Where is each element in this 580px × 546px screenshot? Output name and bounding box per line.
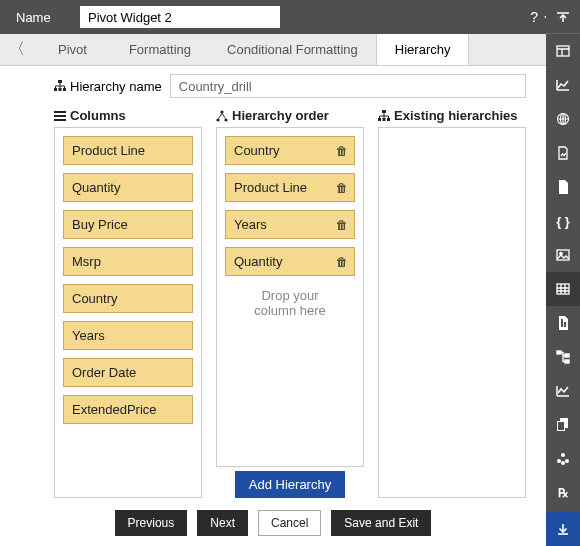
svg-rect-14 — [557, 46, 569, 56]
order-item[interactable]: Quantity🗑 — [225, 247, 355, 276]
page-icon[interactable] — [546, 170, 580, 204]
columns-title: Columns — [70, 108, 126, 123]
existing-hierarchies-panel: Existing hierarchies — [378, 108, 526, 498]
braces-icon[interactable]: { } — [546, 204, 580, 238]
order-list[interactable]: Country🗑 Product Line🗑 Years🗑 Quantity🗑 … — [216, 127, 364, 467]
download-icon[interactable] — [546, 512, 580, 546]
add-hierarchy-button[interactable]: Add Hierarchy — [235, 471, 345, 498]
svg-rect-24 — [565, 360, 569, 363]
rx-icon[interactable]: ℞ — [546, 476, 580, 510]
svg-rect-11 — [378, 118, 381, 121]
svg-point-9 — [224, 118, 227, 121]
column-item[interactable]: Country — [63, 284, 193, 313]
column-item[interactable]: ExtendedPrice — [63, 395, 193, 424]
chevron-left-icon: 〈 — [9, 39, 25, 60]
svg-point-8 — [216, 118, 219, 121]
tab-hierarchy[interactable]: Hierarchy — [376, 34, 470, 65]
svg-point-29 — [557, 459, 561, 463]
delete-icon[interactable]: 🗑 — [336, 181, 348, 195]
copy-icon[interactable] — [546, 408, 580, 442]
image-icon[interactable] — [546, 238, 580, 272]
column-item[interactable]: Order Date — [63, 358, 193, 387]
svg-rect-13 — [387, 118, 390, 121]
svg-rect-5 — [54, 115, 66, 117]
column-item[interactable]: Years — [63, 321, 193, 350]
tab-conditional-formatting[interactable]: Conditional Formatting — [209, 34, 376, 65]
panel-icon[interactable] — [546, 34, 580, 68]
drop-hint: Drop your column here — [225, 284, 355, 322]
help-icon[interactable]: ? — [530, 9, 538, 25]
collapse-icon[interactable] — [546, 0, 580, 34]
svg-rect-6 — [54, 119, 66, 121]
column-item[interactable]: Quantity — [63, 173, 193, 202]
svg-rect-1 — [54, 88, 57, 91]
svg-point-7 — [220, 110, 223, 113]
svg-rect-0 — [58, 80, 62, 83]
chart-icon[interactable] — [546, 68, 580, 102]
delete-icon[interactable]: 🗑 — [336, 255, 348, 269]
tab-pivot[interactable]: Pivot — [34, 34, 111, 65]
svg-rect-17 — [557, 250, 569, 260]
doc-icon[interactable] — [546, 136, 580, 170]
svg-point-31 — [561, 461, 565, 465]
header-bar: Name ? ✥ ✕ — [0, 0, 580, 34]
tabs-row: 〈 Pivot Formatting Conditional Formattin… — [0, 34, 580, 66]
svg-rect-27 — [558, 422, 564, 430]
next-button[interactable]: Next — [197, 510, 248, 536]
tab-label: Formatting — [129, 42, 191, 57]
tab-label: Pivot — [58, 42, 87, 57]
svg-rect-19 — [557, 284, 569, 294]
tab-label: Hierarchy — [395, 42, 451, 57]
svg-rect-20 — [561, 319, 563, 327]
svg-rect-3 — [63, 88, 66, 91]
delete-icon[interactable]: 🗑 — [336, 218, 348, 232]
svg-rect-21 — [564, 322, 566, 327]
order-title: Hierarchy order — [232, 108, 329, 123]
tree-icon[interactable] — [546, 340, 580, 374]
tab-label: Conditional Formatting — [227, 42, 358, 57]
hierarchy-icon — [54, 80, 66, 92]
cluster-icon[interactable] — [546, 442, 580, 476]
save-exit-button[interactable]: Save and Exit — [331, 510, 431, 536]
delete-icon[interactable]: 🗑 — [336, 144, 348, 158]
svg-rect-10 — [382, 110, 386, 113]
tabs-scroll-left[interactable]: 〈 — [0, 34, 34, 65]
tab-formatting[interactable]: Formatting — [111, 34, 209, 65]
hierarchy-order-panel: Hierarchy order Country🗑 Product Line🗑 Y… — [216, 108, 364, 498]
order-icon — [216, 110, 228, 122]
order-item[interactable]: Product Line🗑 — [225, 173, 355, 202]
footer: Previous Next Cancel Save and Exit — [0, 508, 546, 538]
grid-icon[interactable] — [546, 272, 580, 306]
order-item[interactable]: Years🗑 — [225, 210, 355, 239]
order-item[interactable]: Country🗑 — [225, 136, 355, 165]
svg-rect-23 — [565, 354, 569, 357]
hierarchy-name-label: Hierarchy name — [54, 79, 162, 94]
line-chart-icon[interactable] — [546, 374, 580, 408]
name-label: Name — [16, 10, 80, 25]
columns-list[interactable]: Product Line Quantity Buy Price Msrp Cou… — [54, 127, 202, 498]
hierarchy-name-input[interactable] — [170, 74, 526, 98]
svg-rect-12 — [383, 118, 386, 121]
previous-button[interactable]: Previous — [115, 510, 188, 536]
svg-rect-2 — [59, 88, 62, 91]
existing-icon — [378, 110, 390, 122]
column-item[interactable]: Product Line — [63, 136, 193, 165]
globe-icon[interactable] — [546, 102, 580, 136]
column-item[interactable]: Msrp — [63, 247, 193, 276]
svg-rect-22 — [557, 351, 561, 354]
widget-name-input[interactable] — [80, 6, 280, 28]
svg-rect-4 — [54, 111, 66, 113]
existing-title: Existing hierarchies — [394, 108, 518, 123]
right-sidebar: { } ℞ — [546, 0, 580, 546]
columns-icon — [54, 111, 66, 121]
column-item[interactable]: Buy Price — [63, 210, 193, 239]
existing-list[interactable] — [378, 127, 526, 498]
columns-panel: Columns Product Line Quantity Buy Price … — [54, 108, 202, 498]
svg-point-30 — [565, 459, 569, 463]
cancel-button[interactable]: Cancel — [258, 510, 321, 536]
svg-point-28 — [561, 453, 565, 457]
file-icon[interactable] — [546, 306, 580, 340]
